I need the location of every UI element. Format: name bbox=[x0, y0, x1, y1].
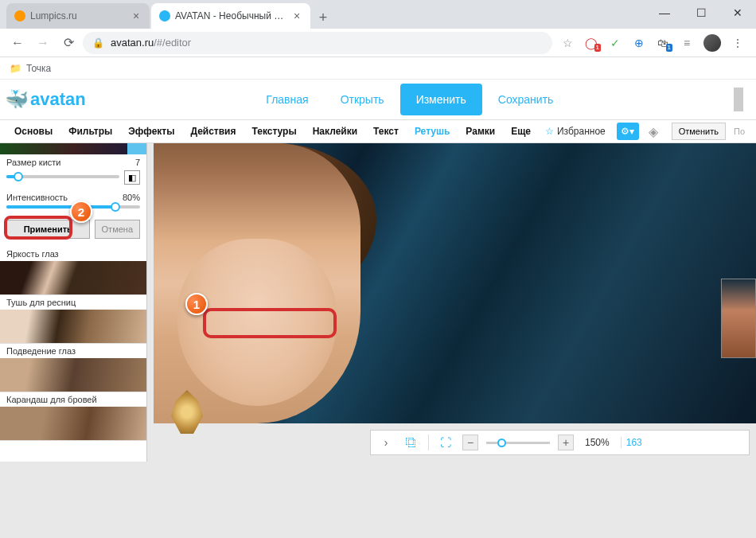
annotation-marker-1: 1 bbox=[185, 293, 208, 315]
browser-tab-lumpics[interactable]: Lumpics.ru × bbox=[6, 3, 150, 29]
main-nav: Главная Открыть Изменить Сохранить bbox=[86, 84, 734, 115]
tool-effects[interactable]: Эффекты bbox=[120, 126, 182, 137]
bookmarks-bar: 📁 Точка bbox=[0, 57, 756, 80]
tool-retouch[interactable]: Ретушь bbox=[407, 126, 458, 137]
nav-open[interactable]: Открыть bbox=[325, 84, 400, 115]
thumb-image bbox=[0, 407, 146, 440]
thumb-label: Яркость глаз bbox=[0, 247, 146, 261]
badge: 1 bbox=[666, 44, 672, 52]
thumb-image bbox=[0, 310, 146, 343]
tab-title: AVATAN - Необычный Фоторед... bbox=[175, 10, 286, 21]
globe-ext-icon[interactable]: ⊕ bbox=[632, 36, 646, 50]
main-area: Размер кисти 7 ◧ Интенсивность 80% bbox=[0, 143, 756, 462]
lock-icon: 🔒 bbox=[92, 37, 104, 49]
folder-icon: 📁 bbox=[10, 63, 21, 74]
tool-filters[interactable]: Фильтры bbox=[60, 126, 120, 137]
chevron-right-icon[interactable]: › bbox=[377, 434, 395, 451]
thumb-label: Карандаш для бровей bbox=[0, 392, 146, 407]
thumb-label: Подведение глаз bbox=[0, 344, 146, 358]
mini-preview[interactable] bbox=[721, 279, 756, 358]
tab-title: Lumpics.ru bbox=[30, 10, 126, 21]
site-header: 🐳 avatan Главная Открыть Изменить Сохран… bbox=[0, 80, 756, 119]
close-icon[interactable]: × bbox=[291, 10, 302, 21]
brush-size-slider[interactable] bbox=[6, 175, 119, 180]
zoom-coord: 163 bbox=[621, 437, 642, 448]
browser-tab-avatan[interactable]: AVATAN - Необычный Фоторед... × bbox=[151, 3, 310, 29]
annotation-highlight bbox=[203, 308, 337, 338]
zoom-in-button[interactable]: + bbox=[558, 435, 574, 450]
brush-size-value: 7 bbox=[135, 158, 140, 167]
close-icon[interactable]: × bbox=[131, 10, 142, 21]
eraser-button[interactable]: ◧ bbox=[124, 170, 140, 185]
zoom-bar: › ⿻ ⛶ − + 150% 163 bbox=[370, 430, 750, 455]
url-domain: avatan.ru bbox=[111, 37, 154, 49]
favicon-icon bbox=[159, 10, 170, 21]
url-path: /#/editor bbox=[154, 37, 191, 49]
canvas-area: 1 › ⿻ ⛶ − + 150% 163 bbox=[147, 143, 756, 462]
minimize-button[interactable]: — bbox=[646, 0, 683, 25]
favorites-label: Избранное bbox=[557, 126, 606, 137]
zoom-percent: 150% bbox=[582, 437, 613, 448]
close-window-button[interactable]: ✕ bbox=[719, 0, 756, 25]
tool-frames[interactable]: Рамки bbox=[458, 126, 503, 137]
tool-stickers[interactable]: Наклейки bbox=[305, 126, 365, 137]
scroll-indicator[interactable] bbox=[734, 88, 743, 111]
tool-textures[interactable]: Текстуры bbox=[244, 126, 305, 137]
forward-button[interactable]: → bbox=[32, 32, 54, 54]
opera-ext-icon[interactable]: ◯1 bbox=[584, 36, 598, 50]
logo-text: avatan bbox=[30, 89, 86, 110]
favorites[interactable]: ☆Избранное bbox=[539, 126, 612, 137]
redo-button[interactable]: По bbox=[729, 123, 750, 139]
tool-actions[interactable]: Действия bbox=[182, 126, 244, 137]
star-icon[interactable]: ☆ bbox=[560, 36, 575, 50]
thumb-label: Тушь для ресниц bbox=[0, 295, 146, 310]
url-input[interactable]: 🔒 avatan.ru/#/editor bbox=[83, 32, 552, 54]
nav-home[interactable]: Главная bbox=[250, 84, 324, 115]
annotation-marker-2: 2 bbox=[70, 201, 92, 223]
bag-ext-icon[interactable]: 🛍1 bbox=[656, 36, 670, 50]
nav-edit[interactable]: Изменить bbox=[400, 84, 482, 115]
menu-icon[interactable]: ⋮ bbox=[731, 36, 745, 50]
layers-icon[interactable]: ◈ bbox=[644, 124, 663, 139]
tab-bar: Lumpics.ru × AVATAN - Необычный Фоторед.… bbox=[0, 0, 756, 29]
favicon-icon bbox=[14, 10, 25, 21]
apply-button[interactable]: Применить bbox=[6, 220, 90, 239]
canvas[interactable]: 1 bbox=[154, 143, 756, 423]
nav-save[interactable]: Сохранить bbox=[482, 84, 570, 115]
window-controls: — ☐ ✕ bbox=[646, 0, 756, 25]
badge: 1 bbox=[594, 44, 601, 52]
profile-avatar[interactable] bbox=[703, 34, 721, 52]
maximize-button[interactable]: ☐ bbox=[683, 0, 719, 25]
thumb-image bbox=[0, 358, 146, 392]
retouch-item-mascara[interactable]: Тушь для ресниц bbox=[0, 295, 146, 344]
undo-button[interactable]: Отменить bbox=[672, 123, 726, 140]
whale-icon: 🐳 bbox=[5, 88, 29, 111]
retouch-item-eyeliner[interactable]: Подведение глаз bbox=[0, 344, 146, 392]
new-tab-button[interactable]: + bbox=[312, 6, 334, 29]
fit-screen-icon[interactable]: ⿻ bbox=[403, 434, 420, 451]
check-ext-icon[interactable]: ✓ bbox=[608, 36, 622, 50]
brush-size-label: Размер кисти bbox=[6, 158, 61, 167]
fullscreen-icon[interactable]: ⛶ bbox=[437, 434, 454, 451]
color-preview[interactable] bbox=[0, 143, 146, 154]
logo[interactable]: 🐳 avatan bbox=[5, 88, 86, 111]
tool-text[interactable]: Текст bbox=[365, 126, 407, 137]
intensity-label: Интенсивность bbox=[6, 193, 68, 202]
cancel-button[interactable]: Отмена bbox=[95, 220, 140, 239]
bookmark-item[interactable]: Точка bbox=[26, 63, 51, 74]
tool-more[interactable]: Еще bbox=[503, 126, 539, 137]
intensity-value: 80% bbox=[123, 193, 140, 202]
retouch-item-brow-pencil[interactable]: Карандаш для бровей bbox=[0, 392, 146, 441]
thumb-image bbox=[0, 261, 146, 294]
address-bar: ← → ⟳ 🔒 avatan.ru/#/editor ☆ ◯1 ✓ ⊕ 🛍1 ≡… bbox=[0, 29, 756, 57]
star-icon: ☆ bbox=[545, 126, 554, 137]
tool-basics[interactable]: Основы bbox=[6, 126, 60, 137]
reader-ext-icon[interactable]: ≡ bbox=[680, 36, 694, 50]
retouch-item-eye-brightness[interactable]: Яркость глаз bbox=[0, 247, 146, 295]
back-button[interactable]: ← bbox=[6, 32, 29, 54]
zoom-out-button[interactable]: − bbox=[462, 435, 478, 450]
editor-toolbar: Основы Фильтры Эффекты Действия Текстуры… bbox=[0, 119, 756, 143]
reload-button[interactable]: ⟳ bbox=[57, 32, 80, 54]
zoom-slider[interactable] bbox=[486, 442, 550, 444]
settings-button[interactable]: ⚙▾ bbox=[617, 123, 639, 140]
